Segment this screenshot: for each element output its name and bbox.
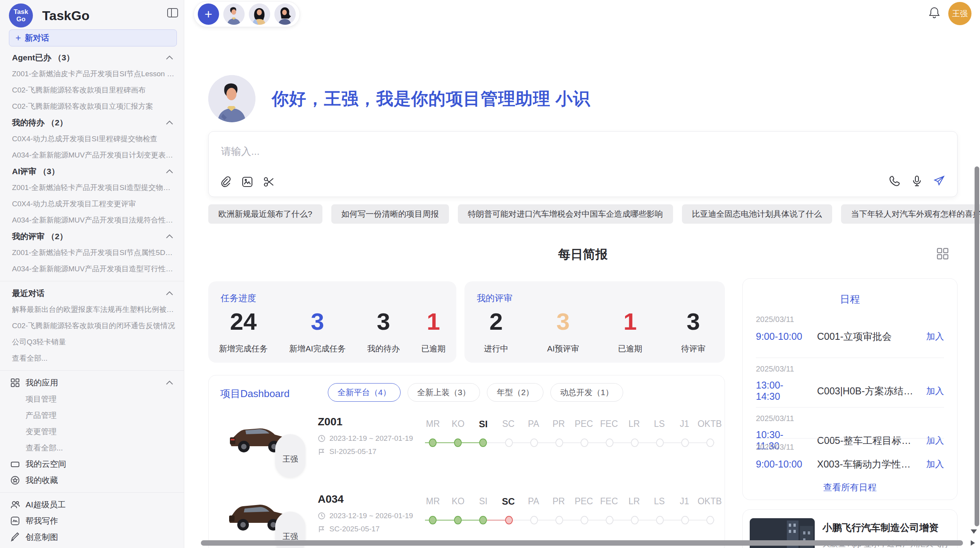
project-row-z001[interactable]: 王强 Z001 2023-12-19 ~ 2027-01-19 SI-2025-…: [209, 410, 725, 488]
sidebar-item-creative-draw[interactable]: 创意制图: [0, 529, 184, 545]
milestone-dot: [530, 438, 538, 447]
project-code: Z001: [318, 416, 343, 428]
schedule-date: 2025/03/11: [756, 443, 944, 452]
input-right-icons: [888, 175, 946, 187]
section-recent-chats[interactable]: 最近对话: [0, 285, 184, 301]
sidebar-item-cloud-space[interactable]: 我的云空间: [0, 456, 184, 472]
creative-draw-label: 创意制图: [26, 532, 58, 543]
section-title: Agent已办: [12, 52, 51, 63]
paperclip-icon[interactable]: [219, 176, 232, 188]
grid-icon: [10, 378, 20, 388]
sidebar-task-item[interactable]: A034-全新新能源MUV产品开发项目法规符合性评审: [0, 212, 184, 228]
scroll-right-arrow[interactable]: [971, 540, 975, 546]
suggestion-chip[interactable]: 比亚迪全固态电池计划具体说了什么: [682, 204, 832, 224]
sidebar-task-item[interactable]: Z001-全新燃油轻卡产品开发项目SI节点属性5D文件评审: [0, 245, 184, 261]
project-owner-avatar: 王强: [275, 434, 305, 478]
user-avatar[interactable]: 王强: [948, 2, 971, 25]
news-title: 小鹏飞行汽车制造公司增资: [822, 521, 949, 534]
agent-avatar[interactable]: [249, 3, 270, 25]
dashboard-tabs: 全新平台（4） 全新上装（3） 年型（2） 动总开发（1）: [328, 383, 623, 402]
schedule-title: 日程: [743, 293, 957, 306]
sidebar-item-my-apps[interactable]: 我的应用: [0, 375, 184, 391]
recent-chat-item[interactable]: 公司Q3轻卡销量: [0, 334, 184, 350]
milestone-dot: [581, 438, 588, 447]
logo-text-top: Task: [14, 8, 28, 15]
layout-switch-icon[interactable]: [936, 247, 949, 260]
help-write-label: 帮我写作: [26, 515, 58, 526]
sidebar-task-item[interactable]: Z001-全新燃油轻卡产品开发项目SI造型提交物评审: [0, 180, 184, 196]
tab-new-platform[interactable]: 全新平台（4）: [328, 383, 401, 402]
recent-chat-item[interactable]: C02-飞腾新能源轻客改款项目的闭环通告反馈情况: [0, 318, 184, 334]
sidebar-task-item[interactable]: Z001-全新燃油皮卡产品开发项目SI节点Lesson Learn报告: [0, 66, 184, 82]
schedule-time: 9:00-10:00: [756, 331, 805, 342]
chat-input[interactable]: [221, 146, 802, 158]
sidebar-collapse-icon[interactable]: [166, 6, 179, 19]
milestone-dot: [631, 438, 639, 447]
chevron-up-icon: [166, 291, 173, 296]
project-dates: 2023-12-19 ~ 2026-01-19: [318, 512, 413, 520]
scissors-icon[interactable]: [263, 176, 275, 188]
join-link[interactable]: 加入: [920, 331, 944, 342]
card-title: 我的评审: [477, 292, 512, 304]
taskgo-logo: Task Go: [9, 3, 33, 27]
join-link[interactable]: 加入: [920, 458, 944, 470]
new-chat-button[interactable]: + 新对话: [9, 29, 177, 46]
my-review-card: 我的评审 2进行中 3AI预评审 1已逾期 3待评审: [464, 281, 725, 363]
sidebar-task-item[interactable]: A034-全新新能源MUV产品开发项目造型可行性评审: [0, 261, 184, 277]
project-row-a034[interactable]: 王强 A034 2023-12-19 ~ 2026-01-19 SC-2025-…: [209, 488, 725, 548]
section-ai-review[interactable]: AI评审 （3）: [0, 163, 184, 180]
sidebar-item-favorites[interactable]: 我的收藏: [0, 472, 184, 488]
sidebar-task-item[interactable]: C0X4-动力总成开发项目SI里程碑提交物检查: [0, 131, 184, 147]
chat-input-box: [208, 131, 958, 197]
phone-icon[interactable]: [888, 175, 901, 187]
sidebar-item-help-write[interactable]: 帮我写作: [0, 513, 184, 529]
view-all-schedule-link[interactable]: 查看所有日程: [743, 481, 957, 493]
apps-view-all[interactable]: 查看全部...: [0, 440, 184, 456]
app-item-product-mgmt[interactable]: 产品管理: [0, 407, 184, 423]
app-item-project-mgmt[interactable]: 项目管理: [0, 391, 184, 407]
section-my-review[interactable]: 我的评审 （2）: [0, 228, 184, 245]
section-my-todo[interactable]: 我的待办 （2）: [0, 115, 184, 131]
section-agent-done[interactable]: Agent已办 （3）: [0, 50, 184, 66]
vertical-scrollbar[interactable]: [975, 166, 979, 526]
section-count: （2）: [47, 231, 68, 242]
app-item-change-mgmt[interactable]: 变更管理: [0, 423, 184, 440]
milestone-dot: [656, 516, 664, 524]
project-flag-milestone: SI-2025-05-17: [318, 447, 376, 456]
section-count: （3）: [53, 52, 74, 63]
dashboard-title: 项目Dashboard: [220, 387, 290, 401]
agent-avatar[interactable]: [223, 3, 245, 25]
add-agent-button[interactable]: +: [198, 3, 219, 25]
image-icon[interactable]: [241, 176, 254, 188]
send-icon[interactable]: [933, 175, 946, 187]
sidebar-item-ai-employee[interactable]: AI超级员工: [0, 497, 184, 513]
divider: [756, 358, 944, 358]
section-title: 我的评审: [12, 231, 45, 242]
stat-new-done: 24新增完成任务: [219, 305, 268, 354]
sidebar-task-item[interactable]: C0X4-动力总成开发项目工程变更评审: [0, 196, 184, 212]
tab-powertrain[interactable]: 动总开发（1）: [550, 383, 623, 402]
project-flag-milestone: SC-2025-05-17: [318, 525, 380, 533]
suggestion-chip[interactable]: 如何写一份清晰的项目周报: [331, 204, 449, 224]
schedule-item: 2025/03/11 13:00-14:30 C003|H0B-方案冻结评审 加…: [756, 365, 944, 405]
sidebar-task-item[interactable]: C02-飞腾新能源轻客改款项目立项汇报方案: [0, 98, 184, 115]
scroll-down-arrow[interactable]: [971, 529, 977, 534]
suggestion-chip[interactable]: 当下年轻人对汽车外观有怎样的喜好趋势: [841, 204, 980, 224]
suggestion-chip[interactable]: 特朗普可能对进口汽车增税会对中国车企造成哪些影响: [458, 204, 673, 224]
recent-view-all[interactable]: 查看全部...: [0, 350, 184, 366]
agent-avatar[interactable]: [274, 3, 296, 25]
suggestion-chip[interactable]: 欧洲新规最近颁布了什么?: [208, 204, 322, 224]
tab-new-body[interactable]: 全新上装（3）: [408, 383, 480, 402]
notification-bell-icon[interactable]: [928, 6, 941, 19]
schedule-item: 2025/03/11 9:00-10:00 C001-立项审批会 加入: [756, 315, 944, 355]
milestone-dot-done: [429, 516, 437, 524]
tab-model-year[interactable]: 年型（2）: [487, 383, 543, 402]
join-link[interactable]: 加入: [920, 385, 944, 397]
sidebar-task-item[interactable]: C02-飞腾新能源轻客改款项目里程碑画布: [0, 82, 184, 98]
mic-icon[interactable]: [911, 175, 923, 187]
milestone-dot: [606, 516, 613, 524]
sidebar-task-item[interactable]: A034-全新新能源MUV产品开发项目计划变更表编写: [0, 147, 184, 163]
recent-chat-item[interactable]: 解释最新出台的欧盟报废车法规再生塑料比例被调至15%...: [0, 301, 184, 318]
chevron-up-icon: [166, 169, 173, 174]
horizontal-scrollbar[interactable]: [201, 540, 963, 546]
